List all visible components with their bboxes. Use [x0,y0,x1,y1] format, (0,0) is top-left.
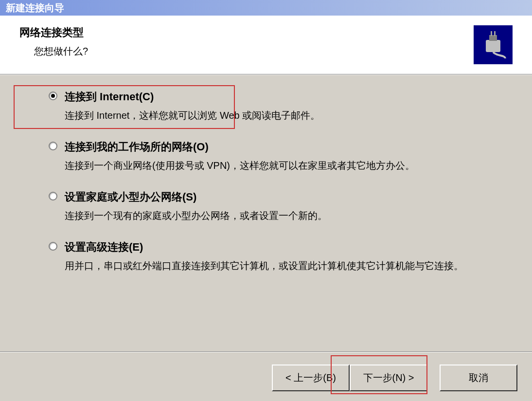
option-text-block: 设置家庭或小型办公网络(S) 连接到一个现有的家庭或小型办公网络，或者设置一个新… [65,190,503,223]
radio-icon[interactable] [49,192,57,200]
back-button[interactable]: < 上一步(B) [272,365,350,391]
option-advanced-connection[interactable]: 设置高级连接(E) 用并口，串口或红外端口直接连接到其它计算机，或设置此计算机使… [49,240,503,273]
footer-divider [0,351,532,352]
option-text-block: 设置高级连接(E) 用并口，串口或红外端口直接连接到其它计算机，或设置此计算机使… [65,240,503,273]
option-description: 连接到 Internet，这样您就可以浏览 Web 或阅读电子邮件。 [65,108,503,123]
cancel-button[interactable]: 取消 [440,365,517,391]
network-plug-icon [474,25,513,64]
option-description: 连接到一个现有的家庭或小型办公网络，或者设置一个新的。 [65,208,503,223]
option-home-network[interactable]: 设置家庭或小型办公网络(S) 连接到一个现有的家庭或小型办公网络，或者设置一个新… [49,190,503,223]
header-subtitle: 您想做什么? [34,45,88,58]
svg-rect-1 [489,35,497,41]
options-panel: 连接到 Internet(C) 连接到 Internet，这样您就可以浏览 We… [0,74,532,305]
wizard-header: 网络连接类型 您想做什么? [0,16,532,74]
option-description: 连接到一个商业网络(使用拨号或 VPN)，这样您就可以在家里或者其它地方办公。 [65,158,503,173]
titlebar-text: 新建连接向导 [6,1,64,15]
next-button[interactable]: 下一步(N) > [350,365,427,391]
option-label: 连接到我的工作场所的网络(O) [65,140,503,154]
option-workplace-network[interactable]: 连接到我的工作场所的网络(O) 连接到一个商业网络(使用拨号或 VPN)，这样您… [49,140,503,173]
footer-buttons: < 上一步(B) 下一步(N) > 取消 [272,365,517,391]
option-label: 设置高级连接(E) [65,240,503,255]
radio-icon[interactable] [49,91,57,100]
svg-rect-3 [494,31,496,36]
radio-icon[interactable] [49,142,57,150]
option-text-block: 连接到 Internet(C) 连接到 Internet，这样您就可以浏览 We… [65,90,503,123]
option-connect-internet[interactable]: 连接到 Internet(C) 连接到 Internet，这样您就可以浏览 We… [49,90,503,123]
svg-rect-0 [486,40,500,52]
radio-icon[interactable] [49,242,57,251]
titlebar: 新建连接向导 [0,0,532,16]
option-text-block: 连接到我的工作场所的网络(O) 连接到一个商业网络(使用拨号或 VPN)，这样您… [65,140,503,173]
option-description: 用并口，串口或红外端口直接连接到其它计算机，或设置此计算机使其它计算机能与它连接… [65,258,503,273]
header-title: 网络连接类型 [19,25,88,40]
header-text-block: 网络连接类型 您想做什么? [19,25,88,58]
svg-rect-2 [491,31,492,36]
option-label: 设置家庭或小型办公网络(S) [65,190,503,204]
option-label: 连接到 Internet(C) [65,90,503,104]
